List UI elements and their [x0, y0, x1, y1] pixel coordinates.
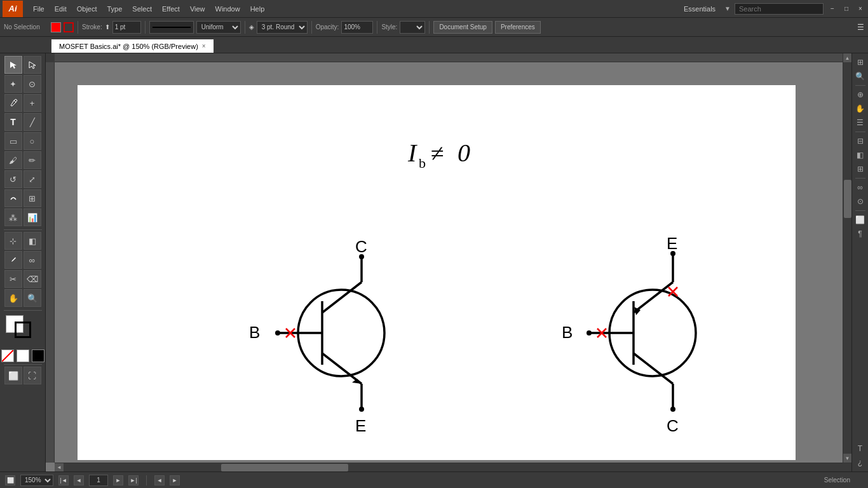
panel-btn-2[interactable]: 🔍 — [854, 70, 867, 83]
nav-last-button[interactable]: ►| — [128, 475, 139, 485]
zoom-select[interactable]: 150% — [20, 475, 53, 486]
panel-btn-1[interactable]: ⊞ — [854, 56, 867, 69]
fill-color-swatch[interactable] — [51, 22, 61, 32]
scroll-right: ▲ ▼ — [843, 53, 851, 463]
opacity-input[interactable] — [341, 21, 373, 34]
scale-tool[interactable]: ⤢ — [24, 170, 41, 188]
menu-edit[interactable]: Edit — [50, 4, 72, 14]
close-button[interactable]: × — [855, 4, 865, 14]
svg-text:E: E — [355, 416, 366, 435]
nav-first-button[interactable]: |◄ — [58, 475, 69, 485]
scroll-left-button[interactable]: ◄ — [55, 463, 64, 472]
selection-label: No Selection — [4, 24, 48, 30]
scroll-thumb-horizontal[interactable] — [221, 464, 348, 471]
stroke-uniform-select[interactable]: Uniform — [196, 21, 241, 34]
nav-next-button[interactable]: ► — [113, 475, 123, 485]
panel-btn-6[interactable]: ⊟ — [854, 135, 867, 147]
essentials-label[interactable]: Essentials — [679, 4, 721, 14]
svg-point-34 — [670, 251, 675, 256]
scroll-down-button[interactable]: ▼ — [843, 454, 852, 463]
document-setup-button[interactable]: Document Setup — [433, 21, 492, 34]
pen-tool[interactable] — [4, 94, 22, 112]
search-input[interactable] — [735, 3, 824, 15]
symbol-sprayer-tool[interactable]: ⁂ — [4, 208, 22, 226]
panel-btn-5[interactable]: ☰ — [854, 116, 867, 129]
svg-text:C: C — [667, 416, 679, 435]
panel-btn-10[interactable]: ⊙ — [854, 195, 867, 208]
add-anchor-tool[interactable]: + — [24, 94, 41, 112]
menu-type[interactable]: Type — [102, 4, 128, 14]
gradient-tool[interactable]: ◧ — [24, 232, 41, 250]
selection-tool[interactable] — [4, 56, 22, 74]
menu-view[interactable]: View — [185, 4, 210, 14]
blend-tool[interactable]: ∞ — [24, 251, 41, 269]
change-screen-button[interactable]: ⬜ — [4, 367, 22, 384]
stroke-color-swatch[interactable] — [64, 22, 74, 32]
menu-select[interactable]: Select — [127, 4, 157, 14]
panel-btn-9[interactable]: ∞ — [854, 181, 867, 194]
panel-btn-8[interactable]: ⊞ — [854, 163, 867, 175]
rectangle-tool[interactable]: ▭ — [4, 132, 22, 150]
left-toolbar: ✦ ⊙ + T ╱ ▭ ○ 🖌 ✏ ↺ ⤢ ⊞ — [0, 53, 46, 471]
white-swatch[interactable] — [17, 349, 29, 362]
style-label: Style: — [381, 24, 397, 30]
lasso-tool[interactable]: ⊙ — [24, 75, 41, 93]
svg-point-30 — [587, 330, 592, 336]
menu-window[interactable]: Window — [210, 4, 245, 14]
status-scroll-right[interactable]: ► — [170, 475, 180, 485]
fullscreen-button[interactable]: ⛶ — [24, 367, 41, 384]
svg-text:0: 0 — [458, 139, 470, 167]
stroke-style-selector[interactable] — [149, 21, 194, 34]
restore-button[interactable]: □ — [841, 4, 851, 14]
tab-close-button[interactable]: × — [202, 43, 206, 50]
column-graph-tool[interactable]: 📊 — [24, 208, 41, 226]
direct-selection-tool[interactable] — [24, 56, 41, 74]
menu-object[interactable]: Object — [72, 4, 102, 14]
preferences-button[interactable]: Preferences — [495, 21, 541, 34]
ellipse-tool[interactable]: ○ — [24, 132, 41, 150]
stroke-swatch[interactable] — [15, 322, 31, 338]
document-tab[interactable]: MOSFET Basics.ai* @ 150% (RGB/Preview) × — [51, 39, 214, 53]
free-transform-tool[interactable]: ⊞ — [24, 189, 41, 207]
warp-tool[interactable] — [4, 189, 22, 207]
panel-btn-14[interactable]: ¿ — [854, 456, 867, 469]
line-tool[interactable]: ╱ — [24, 113, 41, 131]
menu-effect[interactable]: Effect — [157, 4, 185, 14]
svg-text:C: C — [355, 237, 367, 256]
eyedropper-tool[interactable] — [4, 251, 22, 269]
rotate-tool[interactable]: ↺ — [4, 170, 22, 188]
scroll-up-button[interactable]: ▲ — [843, 53, 852, 62]
pencil-tool[interactable]: ✏ — [24, 151, 41, 169]
scissors-tool[interactable]: ✂ — [4, 270, 22, 288]
status-scroll-left[interactable]: ◄ — [154, 475, 165, 485]
panel-btn-7[interactable]: ◧ — [854, 149, 867, 161]
arrange-icon: ☰ — [857, 23, 864, 32]
mesh-tool[interactable]: ⊹ — [4, 232, 22, 250]
minimize-button[interactable]: − — [827, 4, 837, 14]
none-swatch[interactable] — [1, 349, 14, 362]
menu-help[interactable]: Help — [245, 4, 270, 14]
magic-wand-tool[interactable]: ✦ — [4, 75, 22, 93]
type-tool[interactable]: T — [4, 113, 22, 131]
panel-btn-11[interactable]: ⬜ — [854, 214, 867, 226]
style-select[interactable] — [400, 21, 425, 34]
black-swatch[interactable] — [32, 349, 44, 362]
zoom-tool[interactable]: 🔍 — [24, 289, 41, 307]
ruler-left — [46, 62, 55, 463]
scroll-thumb-vertical[interactable] — [844, 180, 851, 218]
eraser-tool[interactable]: ⌫ — [24, 270, 41, 288]
panel-btn-13[interactable]: T — [854, 442, 867, 455]
nav-prev-button[interactable]: ◄ — [74, 475, 84, 485]
menu-file[interactable]: File — [28, 4, 50, 14]
paintbrush-tool[interactable]: 🖌 — [4, 151, 22, 169]
right-panel: ⊞ 🔍 ⊕ ✋ ☰ ⊟ ◧ ⊞ ∞ ⊙ ⬜ ¶ T ¿ — [851, 53, 868, 471]
panel-btn-3[interactable]: ⊕ — [854, 88, 867, 101]
stroke-round-select[interactable]: 3 pt. Round — [257, 21, 308, 34]
svg-text:b: b — [419, 155, 426, 171]
panel-btn-4[interactable]: ✋ — [854, 102, 867, 115]
page-input[interactable] — [89, 475, 108, 486]
panel-btn-12[interactable]: ¶ — [854, 227, 867, 240]
hand-tool[interactable]: ✋ — [4, 289, 22, 307]
stroke-weight-input[interactable] — [112, 21, 141, 34]
status-icon-button[interactable]: ⬜ — [5, 475, 15, 485]
